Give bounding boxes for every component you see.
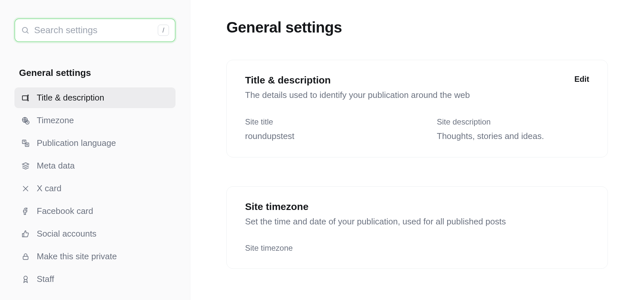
card-title: Site timezone bbox=[245, 201, 506, 212]
facebook-icon bbox=[21, 207, 30, 216]
thumbs-up-icon bbox=[21, 229, 30, 239]
page-title: General settings bbox=[226, 18, 608, 36]
sidebar-item-x-card[interactable]: X card bbox=[14, 178, 176, 199]
field-site-title: Site title roundupstest bbox=[245, 117, 398, 141]
search-input[interactable] bbox=[30, 25, 158, 35]
search-icon bbox=[21, 26, 30, 35]
card-title-description: Title & description The details used to … bbox=[226, 60, 608, 157]
sidebar-item-label: Social accounts bbox=[37, 229, 96, 239]
svg-rect-12 bbox=[23, 256, 28, 259]
card-title: Title & description bbox=[245, 75, 470, 86]
svg-point-13 bbox=[24, 276, 28, 280]
search-shortcut-hint: / bbox=[158, 25, 169, 36]
field-site-timezone: Site timezone bbox=[245, 243, 589, 253]
edit-button[interactable]: Edit bbox=[574, 75, 589, 84]
field-site-description: Site description Thoughts, stories and i… bbox=[437, 117, 590, 141]
field-value: Thoughts, stories and ideas. bbox=[437, 131, 590, 141]
sidebar-item-title-description[interactable]: Title & description bbox=[14, 87, 176, 108]
sidebar: / General settings Title & description T… bbox=[0, 0, 190, 300]
sidebar-item-label: Staff bbox=[37, 274, 54, 284]
svg-line-1 bbox=[27, 32, 29, 34]
sidebar-item-meta-data[interactable]: Meta data bbox=[14, 155, 176, 176]
sidebar-item-label: Publication language bbox=[37, 138, 116, 148]
sidebar-item-timezone[interactable]: Timezone bbox=[14, 110, 176, 131]
sidebar-item-social-accounts[interactable]: Social accounts bbox=[14, 223, 176, 244]
sidebar-item-label: Make this site private bbox=[37, 251, 117, 262]
layers-icon bbox=[21, 161, 30, 171]
field-label: Site title bbox=[245, 117, 398, 127]
language-icon bbox=[21, 139, 30, 148]
sidebar-item-label: Title & description bbox=[37, 93, 104, 103]
sidebar-item-publication-language[interactable]: Publication language bbox=[14, 133, 176, 153]
badge-icon bbox=[21, 275, 30, 284]
card-subtitle: The details used to identify your public… bbox=[245, 89, 470, 102]
sidebar-item-staff[interactable]: Staff bbox=[14, 269, 176, 289]
sidebar-item-label: Timezone bbox=[37, 115, 74, 126]
field-label: Site timezone bbox=[245, 243, 589, 253]
x-icon bbox=[21, 184, 30, 193]
card-site-timezone: Site timezone Set the time and date of y… bbox=[226, 186, 608, 269]
globe-clock-icon bbox=[21, 116, 30, 125]
sidebar-item-label: Facebook card bbox=[37, 206, 93, 216]
svg-point-0 bbox=[22, 27, 27, 32]
search-container[interactable]: / bbox=[14, 18, 176, 42]
sidebar-item-facebook-card[interactable]: Facebook card bbox=[14, 201, 176, 221]
lock-icon bbox=[21, 252, 30, 261]
title-description-icon bbox=[21, 93, 30, 103]
card-subtitle: Set the time and date of your publicatio… bbox=[245, 216, 506, 228]
svg-rect-2 bbox=[22, 96, 27, 100]
field-label: Site description bbox=[437, 117, 590, 127]
sidebar-section-title: General settings bbox=[14, 68, 176, 78]
sidebar-item-label: Meta data bbox=[37, 161, 75, 171]
sidebar-item-make-private[interactable]: Make this site private bbox=[14, 246, 176, 267]
sidebar-nav: Title & description Timezone Publication… bbox=[14, 87, 176, 289]
field-value: roundupstest bbox=[245, 131, 398, 141]
sidebar-item-label: X card bbox=[37, 183, 61, 194]
main-content: General settings Title & description The… bbox=[190, 0, 644, 300]
